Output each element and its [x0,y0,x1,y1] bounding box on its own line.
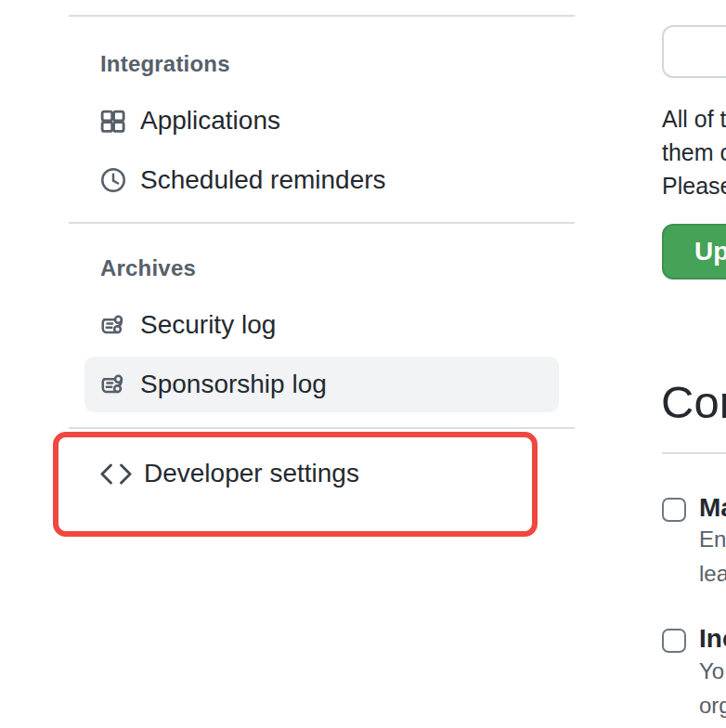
sidebar-item-developer-settings[interactable]: Developer settings [98,457,359,490]
paragraph-line: All of t [662,105,726,133]
sidebar-item-label: Scheduled reminders [140,165,386,195]
sidebar-divider [69,222,575,224]
checkbox-setting-2[interactable] [662,629,686,653]
section-divider [662,452,726,454]
sidebar-section-heading-archives: Archives [100,255,196,281]
sidebar-item-scheduled-reminders[interactable]: Scheduled reminders [98,163,386,197]
sidebar-item-applications[interactable]: Applications [98,104,280,137]
sidebar-item-label: Sponsorship log [140,370,327,399]
sidebar-section-heading-integrations: Integrations [100,51,230,77]
sidebar-divider [69,15,575,17]
checkbox-setting-1-description: lea [699,561,726,587]
section-heading: Con [661,376,726,428]
text-input[interactable] [662,25,726,78]
button-label: Up [694,237,726,266]
sidebar-item-sponsorship-log[interactable]: Sponsorship log [98,368,327,401]
checkbox-setting-2-description: org [699,693,726,719]
sidebar-item-label: Applications [140,106,280,136]
paragraph-line: them o [662,138,726,166]
checkbox-setting-2-label[interactable]: Inc [699,624,726,654]
clock-icon [98,166,127,195]
apps-icon [98,107,127,136]
sidebar-item-security-log[interactable]: Security log [98,308,276,342]
code-icon [98,460,134,488]
update-preferences-button[interactable]: Up [662,224,726,280]
checkbox-setting-1-label[interactable]: Ma [699,493,726,523]
checkbox-setting-1-description: En [699,526,726,552]
sidebar-item-label: Security log [140,310,276,340]
sidebar-divider [69,427,575,429]
sidebar-item-label: Developer settings [144,459,359,488]
checkbox-setting-1[interactable] [662,498,686,522]
paragraph-line: Please [662,172,726,200]
checkbox-setting-2-description: Yo [699,658,724,684]
log-icon [98,370,127,399]
settings-page: Integrations Applications Scheduled remi… [0,0,726,728]
log-icon [98,311,127,340]
